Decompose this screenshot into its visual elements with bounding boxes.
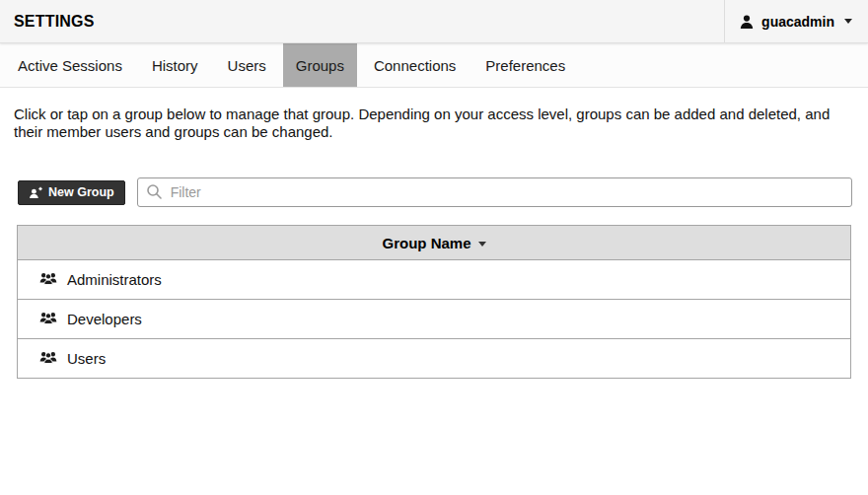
user-menu[interactable]: guacadmin [724, 0, 868, 42]
new-group-button-label: New Group [48, 185, 114, 199]
tab-users[interactable]: Users [215, 43, 279, 87]
group-row-developers[interactable]: Developers [18, 299, 850, 338]
group-icon [39, 350, 57, 367]
app-header: SETTINGS guacadmin [0, 0, 868, 43]
group-icon [39, 311, 57, 327]
tab-history[interactable]: History [139, 43, 211, 87]
page-description: Click or tap on a group below to manage … [14, 106, 848, 141]
filter-box [137, 177, 852, 207]
groups-page: Click or tap on a group below to manage … [0, 88, 868, 379]
page-title: SETTINGS [0, 13, 95, 31]
group-row-administrators[interactable]: Administrators [18, 259, 850, 299]
column-header-group-name[interactable]: Group Name [18, 226, 850, 259]
tab-active-sessions[interactable]: Active Sessions [5, 43, 135, 87]
group-name: Administrators [67, 271, 162, 288]
add-group-icon [29, 186, 42, 199]
tab-preferences[interactable]: Preferences [472, 43, 578, 87]
new-group-button[interactable]: New Group [18, 180, 125, 205]
filter-input[interactable] [137, 177, 852, 207]
tab-connections[interactable]: Connections [361, 43, 469, 87]
settings-tab-bar: Active Sessions History Users Groups Con… [0, 43, 868, 88]
column-header-label: Group Name [382, 235, 470, 251]
group-name: Users [67, 350, 106, 367]
tab-groups[interactable]: Groups [283, 43, 357, 87]
action-bar: New Group [18, 177, 852, 207]
group-row-users[interactable]: Users [18, 338, 850, 378]
chevron-down-icon [844, 19, 852, 24]
user-icon [739, 14, 755, 30]
sort-descending-icon [478, 242, 486, 247]
group-icon [39, 271, 57, 288]
groups-table: Group Name Administrators [17, 225, 851, 379]
user-name: guacadmin [761, 14, 834, 30]
group-name: Developers [67, 311, 142, 327]
